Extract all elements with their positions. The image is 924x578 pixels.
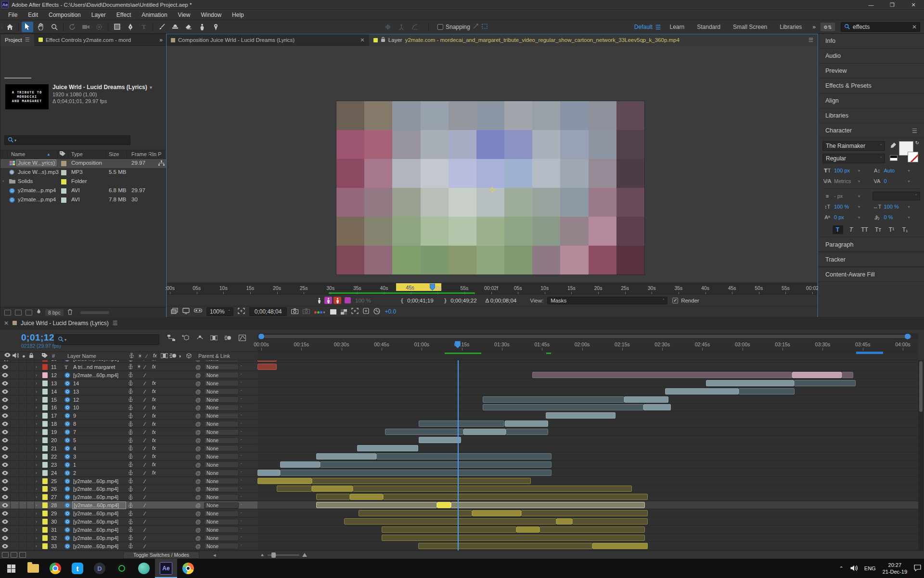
layer-bar-segment[interactable] (385, 429, 463, 435)
swap-fill-stroke-icon[interactable]: ↻ (915, 140, 919, 145)
expand-layers-small-icon[interactable] (2, 552, 9, 558)
shy-switch[interactable] (128, 396, 133, 404)
parent-pickwhip-icon[interactable]: @ (195, 493, 201, 501)
layer-name[interactable]: 5 (73, 436, 127, 444)
parent-pickwhip-icon[interactable]: @ (195, 396, 201, 404)
layer-name[interactable]: [y2mate...60p.mp4] (73, 526, 127, 534)
lock-cell[interactable] (27, 371, 35, 379)
bit-depth-badge[interactable]: 8 bpc (45, 309, 64, 316)
layer-row-14[interactable]: ›1413∕fx@Noneˇ (0, 388, 257, 395)
fx-switch[interactable]: fx (152, 445, 156, 452)
clone-stamp-tool[interactable] (169, 22, 181, 32)
layer-bar-segment[interactable] (277, 486, 312, 492)
close-button[interactable]: ✕ (903, 0, 924, 10)
label-swatch[interactable] (42, 461, 48, 469)
panel-preview[interactable]: Preview (819, 64, 924, 79)
parent-dropdown[interactable]: Noneˇ (204, 428, 242, 436)
expand-arrow-icon[interactable]: › (36, 380, 41, 387)
layer-name[interactable]: [y2mate...60p.mp4] (73, 493, 127, 501)
zoom-tool[interactable] (49, 22, 60, 32)
lock-cell[interactable] (27, 428, 35, 436)
layer-track-12[interactable] (257, 371, 918, 379)
lock-cell[interactable] (27, 485, 35, 493)
video-toggle[interactable] (0, 453, 11, 460)
video-toggle[interactable] (0, 518, 11, 525)
lock-cell[interactable] (27, 518, 35, 525)
expand-arrow-icon[interactable]: › (36, 542, 41, 550)
project-item-1[interactable]: Juice W...yrics)Composition29.97 (0, 159, 167, 168)
layer-bar-segment[interactable] (376, 453, 552, 460)
action-center-icon[interactable] (914, 565, 921, 572)
column-name[interactable]: Name (11, 151, 25, 157)
shy-switch[interactable] (128, 388, 133, 395)
expand-arrow-icon[interactable]: › (36, 485, 41, 493)
video-toggle[interactable] (0, 534, 11, 542)
solo-cell[interactable] (19, 477, 27, 485)
layer-bar-segment[interactable] (483, 404, 643, 410)
layer-bar-segment[interactable] (556, 518, 572, 525)
layer-bar-segment[interactable] (350, 494, 383, 500)
expand-arrow-icon[interactable]: › (36, 445, 41, 452)
layer-name[interactable]: [y2mate...60p.mp4] (73, 510, 127, 517)
menu-effect[interactable]: Effect (111, 12, 136, 18)
lock-cell[interactable] (27, 493, 35, 501)
parent-dropdown[interactable]: Noneˇ (204, 445, 242, 452)
layer-bar-segment[interactable] (320, 461, 552, 468)
quality-switch[interactable]: ∕ (144, 461, 145, 469)
layer-track-25[interactable] (257, 477, 918, 485)
parent-dropdown[interactable]: Noneˇ (204, 485, 242, 493)
parent-dropdown[interactable]: Noneˇ (204, 412, 242, 420)
volume-icon[interactable] (850, 565, 858, 572)
lock-cell[interactable] (27, 453, 35, 460)
style-subscript-button[interactable]: T₁ (900, 225, 911, 234)
layer-bar-segment[interactable] (516, 526, 539, 533)
label-swatch[interactable] (42, 360, 48, 363)
stroke-width-value[interactable]: - px (834, 193, 856, 199)
layer-name[interactable]: 8 (73, 420, 127, 428)
video-toggle[interactable] (0, 510, 11, 517)
parent-dropdown[interactable]: Noneˇ (204, 526, 242, 534)
viewer-timecode[interactable]: 0;00;48;04 (249, 307, 287, 316)
maximize-button[interactable]: ❐ (882, 0, 903, 10)
more-workspaces-icon[interactable]: » (808, 24, 820, 30)
layer-bar-segment[interactable] (739, 388, 795, 394)
layer-name[interactable]: [y2mate...60p.mp4] (73, 542, 127, 550)
project-item-2[interactable]: Juice W...s).mp3MP35.5 MB (0, 168, 167, 177)
layer-bar-segment[interactable] (483, 396, 624, 403)
audio-cell[interactable] (11, 388, 19, 395)
tab-composition-viewer[interactable]: Composition Juice Wrld - Lucid Dreams (L… (167, 34, 369, 46)
kerning-value[interactable]: Metrics (834, 178, 856, 184)
parent-dropdown[interactable]: Noneˇ (204, 360, 242, 363)
fx-switch[interactable]: fx (152, 380, 156, 387)
draft-3d-icon[interactable] (182, 334, 190, 342)
video-toggle[interactable] (0, 526, 11, 534)
parent-pickwhip-icon[interactable]: @ (195, 412, 201, 420)
shy-switch[interactable] (128, 542, 133, 550)
layer-row-26[interactable]: ›26[y2mate...60p.mp4]∕@Noneˇ (0, 485, 257, 493)
layer-bar-segment[interactable] (418, 543, 592, 549)
rotate-tool[interactable] (66, 22, 78, 32)
shy-switch[interactable] (128, 371, 133, 379)
layer-bar-segment[interactable] (344, 518, 556, 525)
workspace-standard[interactable]: Standard (691, 24, 726, 30)
expand-arrow-icon[interactable]: › (36, 371, 41, 379)
audio-toggle[interactable] (0, 360, 11, 363)
layer-name[interactable]: 7 (73, 428, 127, 436)
video-toggle[interactable] (0, 363, 11, 371)
parent-dropdown[interactable]: Noneˇ (204, 542, 242, 550)
label-swatch[interactable] (42, 396, 48, 404)
layer-bar-segment[interactable] (521, 510, 648, 516)
parent-dropdown[interactable]: Noneˇ (204, 388, 242, 395)
layer-bar-segment[interactable] (353, 486, 632, 492)
label-swatch[interactable] (42, 380, 48, 387)
label-swatch[interactable] (42, 485, 48, 493)
expand-arrow-icon[interactable]: › (36, 518, 41, 525)
parent-pickwhip-icon[interactable]: @ (195, 534, 201, 542)
shy-switch[interactable] (128, 526, 133, 534)
layer-bar-segment[interactable] (472, 510, 521, 516)
roto-brush-tool[interactable] (196, 22, 208, 32)
layer-name[interactable]: [y2mate...60p.mp4] (73, 485, 127, 493)
audio-cell[interactable] (11, 534, 19, 542)
menu-file[interactable]: File (3, 12, 23, 18)
brush-tool[interactable] (156, 22, 167, 32)
